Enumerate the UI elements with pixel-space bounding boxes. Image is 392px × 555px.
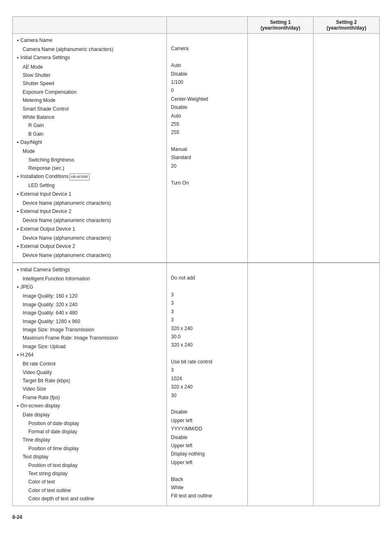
header-item [13,17,167,34]
header-setting [167,17,247,34]
page-number: 8 [12,514,15,520]
section2-setting1 [247,263,314,506]
header-setting1: Setting 1(year/month/day) [247,17,314,34]
section1-setting2 [314,34,380,263]
page-footer: 8-24 [12,514,380,520]
header-setting2: Setting 2(year/month/day) [314,17,380,34]
table-row-section1: •Camera NameCamera Name (alphanumeric ch… [13,34,380,263]
main-table: Setting 1(year/month/day) Setting 2(year… [12,16,380,506]
page-container: Setting 1(year/month/day) Setting 2(year… [12,16,380,520]
page-sub: 24 [17,514,22,520]
table-row-section2: •Initial Camera SettingsIntelligent Func… [13,263,380,506]
section2-setting2 [314,263,380,506]
section1-setting1 [247,34,314,263]
